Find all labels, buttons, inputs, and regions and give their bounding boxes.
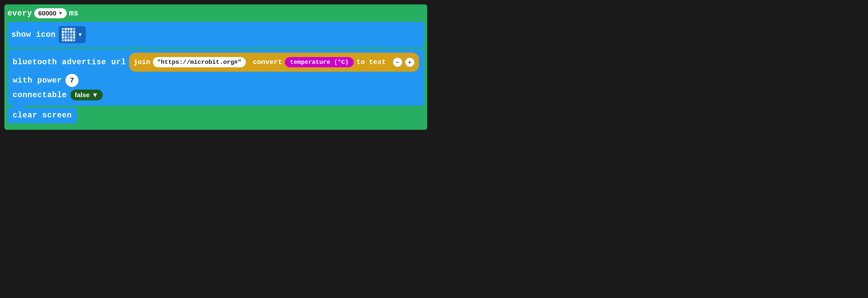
ms-label: ms [69, 9, 78, 18]
temperature-pill[interactable]: temperature (°C) [285, 57, 354, 67]
bluetooth-label: bluetooth advertise url [13, 58, 126, 67]
connectable-label: connectable [13, 91, 67, 100]
bluetooth-row: bluetooth advertise url join "https://mi… [13, 53, 419, 72]
every-value: 60000 [38, 9, 56, 17]
show-icon-block: show icon ▼ [7, 22, 424, 47]
every-row: every 60000 ▼ ms [7, 7, 424, 19]
url-value: "https://microbit.org#" [157, 59, 241, 66]
minus-button[interactable]: − [393, 58, 402, 67]
bluetooth-block: bluetooth advertise url join "https://mi… [7, 49, 424, 106]
icon-grid-button[interactable]: ▼ [59, 26, 86, 43]
convert-label: convert [253, 58, 282, 66]
clear-screen-label: clear screen [13, 111, 72, 120]
with-power-row: with power 7 [13, 72, 419, 88]
green-block: every 60000 ▼ ms show icon ▼ bluetooth a… [4, 4, 427, 130]
icon-dropdown-arrow: ▼ [78, 32, 83, 38]
join-label: join [133, 58, 150, 66]
connectable-value: false [75, 91, 90, 99]
show-icon-row: show icon ▼ [11, 25, 420, 44]
power-value[interactable]: 7 [65, 74, 79, 87]
convert-block: convert temperature (°C) to text [248, 55, 390, 69]
workspace: every 60000 ▼ ms show icon ▼ bluetooth a… [4, 4, 864, 130]
clear-screen-block: clear screen [7, 107, 77, 123]
connectable-dropdown[interactable]: false ▼ [70, 90, 103, 100]
dot-grid [62, 28, 75, 41]
every-dropdown-arrow: ▼ [58, 10, 63, 16]
every-value-dropdown[interactable]: 60000 ▼ [34, 8, 67, 18]
connectable-arrow: ▼ [92, 91, 98, 99]
temperature-label: temperature (°C) [290, 59, 349, 66]
plus-button[interactable]: + [405, 58, 414, 67]
with-power-label: with power [13, 76, 62, 85]
to-text-label: to text [356, 58, 385, 66]
join-block: join "https://microbit.org#" convert tem… [129, 53, 419, 72]
every-label: every [7, 9, 32, 18]
show-icon-label: show icon [11, 30, 56, 39]
connectable-row: connectable false ▼ [13, 88, 419, 102]
url-string-pill[interactable]: "https://microbit.org#" [153, 57, 246, 67]
